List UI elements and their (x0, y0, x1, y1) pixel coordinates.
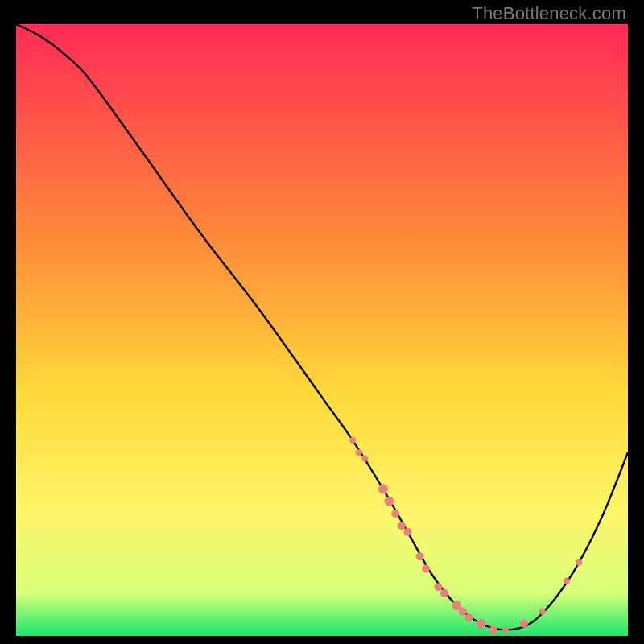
marker-dot (434, 583, 442, 591)
marker-dot (391, 510, 399, 518)
marker-dot (564, 578, 570, 584)
marker-dot (416, 552, 424, 560)
marker-dot (489, 625, 497, 634)
marker-dot (459, 608, 467, 616)
marker-dot (539, 609, 546, 615)
watermark-text: TheBottleneck.com (472, 3, 626, 24)
marker-dot (576, 559, 582, 566)
marker-dot (356, 449, 362, 456)
marker-dot (520, 620, 528, 628)
marker-dot (502, 626, 509, 633)
marker-dot (378, 485, 388, 494)
bottleneck-chart (16, 24, 628, 636)
marker-dot (398, 522, 406, 530)
marker-dot (349, 437, 356, 444)
marker-dot (440, 589, 448, 597)
marker-dot (422, 564, 430, 572)
marker-dot (385, 497, 394, 506)
marker-dot (403, 528, 411, 536)
marker-dot (361, 456, 368, 462)
chart-background (16, 24, 628, 636)
marker-dot (464, 613, 473, 621)
chart-frame (16, 24, 628, 636)
marker-dot (477, 619, 486, 629)
